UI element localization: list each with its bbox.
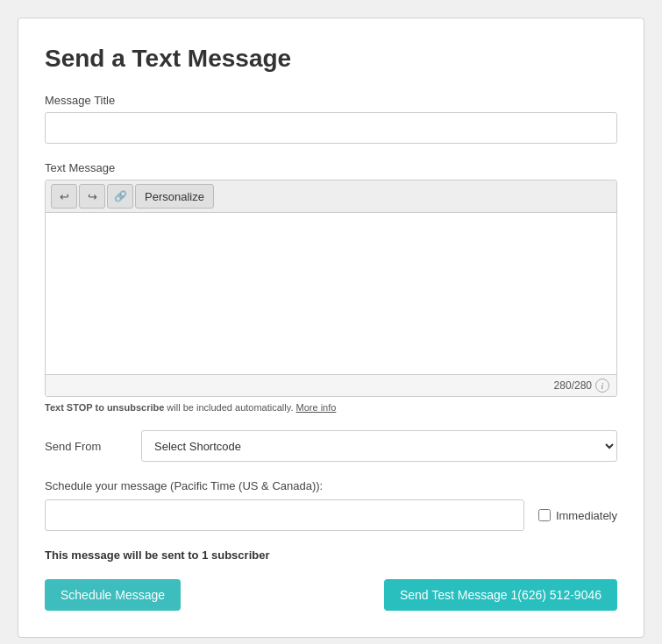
redo-icon: ↪	[88, 190, 97, 203]
schedule-input[interactable]	[45, 499, 524, 531]
subscriber-note: This message will be sent to 1 subscribe…	[45, 548, 617, 562]
info-icon[interactable]: i	[595, 379, 609, 393]
send-from-select[interactable]: Select Shortcode	[141, 430, 617, 462]
redo-button[interactable]: ↪	[79, 184, 105, 209]
char-count: 280/280	[554, 379, 592, 392]
link-icon: 🔗	[114, 190, 127, 202]
send-from-label: Send From	[45, 440, 124, 453]
undo-icon: ↩	[60, 190, 69, 203]
message-title-section: Message Title	[45, 94, 617, 144]
text-message-label: Text Message	[45, 161, 617, 174]
message-title-label: Message Title	[45, 94, 617, 107]
stop-notice-bold: Text STOP to unsubscribe	[45, 402, 164, 413]
immediately-checkbox[interactable]	[538, 509, 551, 521]
stop-notice: Text STOP to unsubscribe will be include…	[45, 402, 617, 413]
send-from-section: Send From Select Shortcode	[45, 430, 617, 462]
text-message-section: Text Message ↩ ↪ 🔗 Personalize 280/280	[45, 161, 617, 413]
schedule-label: Schedule your message (Pacific Time (US …	[45, 479, 617, 492]
schedule-section: Schedule your message (Pacific Time (US …	[45, 479, 617, 531]
undo-button[interactable]: ↩	[51, 184, 77, 209]
message-title-input[interactable]	[45, 112, 617, 144]
more-info-link[interactable]: More info	[296, 402, 337, 413]
stop-notice-regular: will be included automatically.	[164, 402, 293, 413]
editor-toolbar: ↩ ↪ 🔗 Personalize	[46, 180, 616, 213]
schedule-message-button[interactable]: Schedule Message	[45, 579, 181, 611]
editor-footer: 280/280 i	[46, 374, 616, 396]
schedule-row: Immediately	[45, 499, 617, 531]
main-container: Send a Text Message Message Title Text M…	[18, 18, 644, 638]
personalize-button[interactable]: Personalize	[135, 184, 214, 209]
editor-wrapper: ↩ ↪ 🔗 Personalize 280/280 i	[45, 180, 617, 397]
page-title: Send a Text Message	[45, 45, 617, 73]
link-button[interactable]: 🔗	[107, 184, 133, 209]
message-editor[interactable]	[46, 213, 616, 371]
immediately-group: Immediately	[538, 509, 617, 522]
send-test-message-button[interactable]: Send Test Message 1(626) 512-9046	[384, 579, 617, 611]
buttons-row: Schedule Message Send Test Message 1(626…	[45, 579, 617, 611]
immediately-label: Immediately	[556, 509, 617, 522]
